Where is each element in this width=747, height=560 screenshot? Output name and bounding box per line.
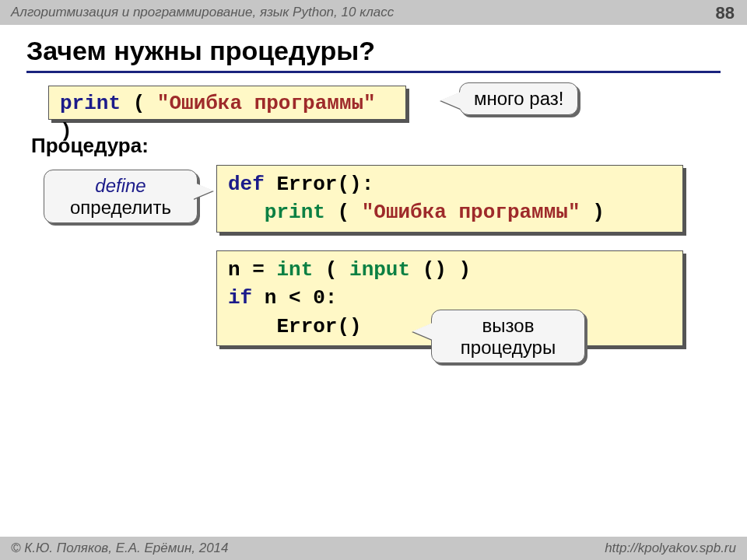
section-label: Процедура:	[31, 134, 149, 158]
page-number: 88	[716, 3, 735, 23]
callout-em: define	[95, 175, 146, 196]
footer-bar: © К.Ю. Поляков, Е.А. Ерёмин, 2014 http:/…	[0, 537, 747, 560]
code-keyword: print	[60, 92, 121, 115]
code-text: n < 0:	[265, 286, 338, 310]
slide-title: Зачем нужны процедуры?	[26, 36, 721, 73]
code-text: n =	[228, 258, 276, 282]
course-title: Алгоритмизация и программирование, язык …	[11, 5, 736, 20]
code-func: input	[349, 258, 410, 282]
callout-call: вызов процедуры	[431, 310, 585, 363]
code-keyword: def	[228, 173, 265, 196]
code-punct: )	[592, 201, 605, 224]
code-indent	[228, 201, 252, 224]
code-text: Error()	[276, 315, 361, 338]
callout-text: определить	[70, 197, 171, 218]
callout-pointer-icon	[412, 323, 433, 340]
callout-text: много раз!	[474, 88, 563, 109]
callout-text: вызов	[482, 315, 535, 336]
code-func: print	[265, 201, 325, 224]
footer-authors: © К.Ю. Поляков, Е.А. Ерёмин, 2014	[11, 541, 229, 556]
callout-pointer-icon	[193, 182, 213, 199]
code-keyword: if	[228, 286, 252, 310]
slide: Алгоритмизация и программирование, язык …	[0, 0, 747, 560]
code-punct: (	[133, 92, 157, 115]
callout-text: процедуры	[461, 337, 556, 358]
callout-define: define определить	[44, 170, 198, 223]
code-func: int	[276, 258, 313, 282]
code-box-def: def Error(): print ( "Ошибка программы" …	[216, 165, 683, 233]
code-string: "Ошибка программы"	[362, 201, 580, 224]
code-string: "Ошибка программы"	[157, 92, 376, 115]
code-punct: (	[325, 258, 349, 282]
footer-url: http://kpolyakov.spb.ru	[605, 541, 736, 556]
code-indent	[228, 315, 265, 338]
code-text: Error():	[276, 173, 374, 196]
code-punct: () )	[423, 258, 471, 282]
code-punct: (	[337, 201, 361, 224]
callout-pointer-icon	[440, 92, 461, 109]
code-box-print: print ( "Ошибка программы" )	[48, 86, 406, 120]
callout-many-times: много раз!	[459, 82, 578, 115]
top-bar: Алгоритмизация и программирование, язык …	[0, 0, 747, 25]
